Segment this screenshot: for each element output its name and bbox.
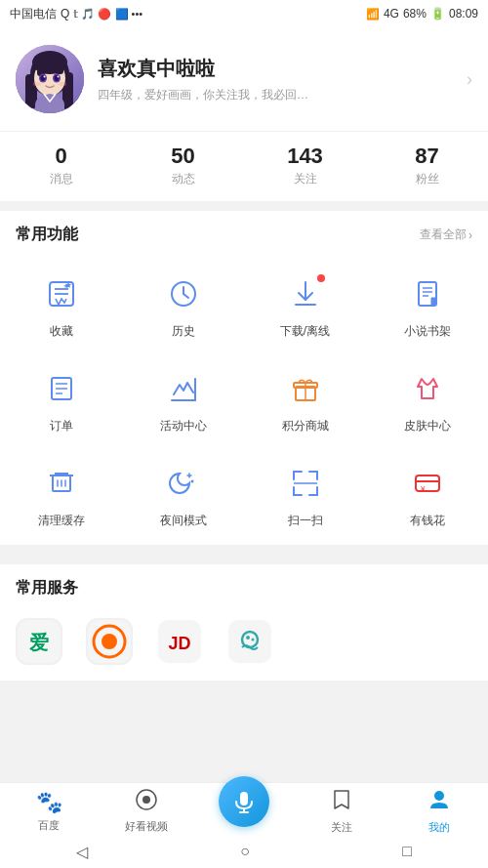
view-all-arrow: › [468, 228, 472, 242]
jd-icon: JD [156, 618, 203, 665]
stat-fans-number: 87 [415, 144, 438, 169]
function-favorites[interactable]: 收藏 [0, 261, 122, 355]
activity-icon [162, 367, 205, 410]
stat-following-number: 143 [287, 144, 323, 169]
view-all-label: 查看全部 [420, 227, 467, 243]
favorites-icon [40, 272, 83, 315]
history-label: 历史 [172, 323, 195, 340]
svg-point-38 [190, 480, 193, 483]
functions-grid: 收藏 历史 下载/离线 [0, 255, 488, 545]
function-youqianhua[interactable]: ¥ 有钱花 [366, 450, 488, 545]
profile-desc: 四年级，爱好画画，你关注我，我必回… [98, 87, 453, 103]
clear-cache-label: 清理缓存 [38, 513, 85, 529]
stat-messages-label: 消息 [50, 171, 73, 187]
youqianhua-label: 有钱花 [410, 513, 445, 529]
function-novel-shelf[interactable]: 小说书架 [366, 261, 488, 355]
stat-dynamics-number: 50 [171, 144, 194, 169]
haokan-icon [135, 788, 158, 816]
stat-following[interactable]: 143 关注 [244, 144, 366, 187]
nav-follow[interactable]: 关注 [293, 783, 390, 839]
mine-icon [427, 788, 451, 817]
bottom-nav: 🐾 百度 好看视频 关注 [0, 782, 488, 839]
mango-icon [86, 618, 133, 665]
common-services-header: 常用服务 [0, 564, 488, 608]
function-orders[interactable]: 订单 [0, 355, 122, 450]
common-services-section: 常用服务 爱 JD [0, 564, 488, 681]
svg-point-55 [142, 796, 150, 804]
profile-section[interactable]: 喜欢真中啦啦 四年级，爱好画画，你关注我，我必回… › [0, 27, 488, 131]
search-icon: Q [61, 7, 69, 21]
home-button[interactable]: ○ [240, 843, 250, 860]
common-functions-title: 常用功能 [16, 225, 78, 245]
youqianhua-icon: ¥ [406, 462, 449, 505]
nav-baidu-label: 百度 [38, 818, 60, 833]
app-icons: 𝕥 🎵 🔴 🟦 ••• [73, 8, 142, 21]
stat-messages-number: 0 [55, 144, 66, 169]
nav-follow-label: 关注 [331, 820, 352, 835]
svg-point-52 [246, 636, 250, 640]
stat-fans-label: 粉丝 [416, 171, 439, 187]
back-button[interactable]: ◁ [76, 843, 88, 861]
carrier-label: 中国电信 [10, 6, 57, 22]
profile-name: 喜欢真中啦啦 [98, 56, 453, 82]
function-points-mall[interactable]: 积分商城 [244, 355, 366, 450]
status-right: 📶 4G 68% 🔋 08:09 [366, 7, 478, 21]
signal-icon: 📶 [366, 8, 380, 21]
profile-arrow: › [467, 69, 472, 90]
download-label: 下载/离线 [280, 323, 330, 340]
status-left: 中国电信 Q 𝕥 🎵 🔴 🟦 ••• [10, 6, 142, 22]
stat-following-label: 关注 [294, 171, 317, 187]
common-services-title: 常用服务 [16, 578, 78, 599]
recent-button[interactable]: □ [402, 843, 412, 860]
svg-rect-40 [416, 475, 439, 491]
nav-baidu[interactable]: 🐾 百度 [0, 783, 98, 839]
service-iqiyi[interactable]: 爱 [16, 618, 62, 665]
nav-mine[interactable]: 我的 [390, 783, 488, 839]
function-skin-center[interactable]: 皮肤中心 [366, 355, 488, 450]
voice-button[interactable] [219, 776, 269, 827]
scan-label: 扫一扫 [288, 513, 323, 529]
view-all-button[interactable]: 查看全部 › [420, 227, 472, 243]
nav-haokan[interactable]: 好看视频 [98, 783, 195, 839]
stat-messages[interactable]: 0 消息 [0, 144, 122, 187]
stat-dynamics-label: 动态 [172, 171, 195, 187]
avatar [16, 45, 84, 113]
nav-haokan-label: 好看视频 [125, 819, 168, 834]
function-night-mode[interactable]: 夜间模式 [122, 450, 244, 545]
status-bar: 中国电信 Q 𝕥 🎵 🔴 🟦 ••• 📶 4G 68% 🔋 08:09 [0, 0, 488, 27]
svg-point-47 [102, 634, 117, 649]
novel-shelf-label: 小说书架 [404, 323, 451, 340]
time-label: 08:09 [449, 7, 478, 21]
svg-point-53 [252, 639, 255, 641]
battery-icon: 🔋 [430, 7, 445, 21]
svg-text:爱: 爱 [29, 632, 49, 653]
points-mall-icon [284, 367, 327, 410]
service-other[interactable] [226, 618, 273, 665]
svg-rect-7 [55, 62, 63, 74]
stat-fans[interactable]: 87 粉丝 [366, 144, 488, 187]
skin-center-label: 皮肤中心 [404, 418, 451, 434]
iqiyi-icon: 爱 [16, 618, 62, 665]
download-badge [317, 274, 325, 282]
function-clear-cache[interactable]: 清理缓存 [0, 450, 122, 545]
history-icon [162, 272, 205, 315]
stat-dynamics[interactable]: 50 动态 [122, 144, 244, 187]
function-download[interactable]: 下载/离线 [244, 261, 366, 355]
nav-mine-label: 我的 [428, 820, 450, 835]
battery-label: 68% [403, 7, 427, 21]
download-icon [284, 272, 327, 315]
orders-icon [40, 367, 83, 410]
orders-label: 订单 [50, 418, 73, 434]
svg-rect-56 [240, 792, 248, 806]
night-mode-icon [162, 462, 205, 505]
follow-icon [330, 788, 353, 817]
function-scan[interactable]: 扫一扫 [244, 450, 366, 545]
function-activity[interactable]: 活动中心 [122, 355, 244, 450]
activity-label: 活动中心 [160, 418, 207, 434]
scan-icon [284, 462, 327, 505]
baidu-icon: 🐾 [36, 790, 62, 815]
night-mode-label: 夜间模式 [160, 513, 207, 529]
function-history[interactable]: 历史 [122, 261, 244, 355]
service-mango[interactable] [86, 618, 133, 665]
service-jd[interactable]: JD [156, 618, 203, 665]
